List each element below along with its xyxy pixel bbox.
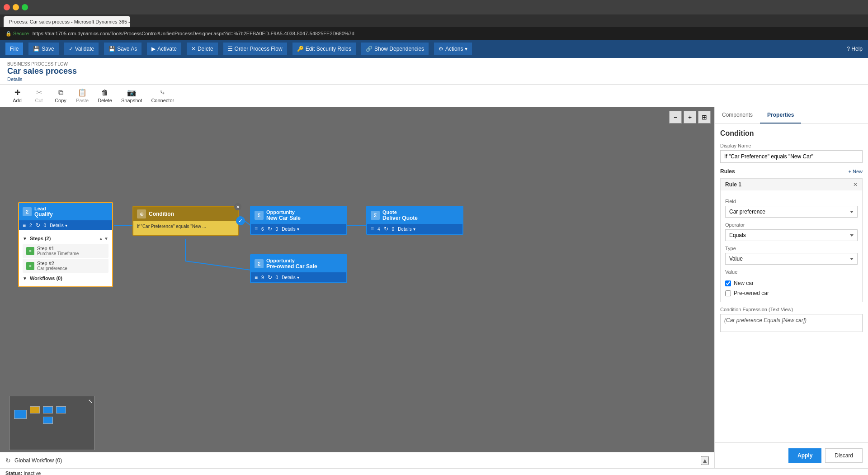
discard-btn[interactable]: Discard	[825, 448, 863, 463]
type-select-wrapper: Value	[725, 253, 858, 265]
zoom-in-btn[interactable]: +	[684, 111, 696, 124]
help-btn[interactable]: ? Help	[847, 46, 863, 52]
value-option-2[interactable]: Pre-owned car	[725, 288, 858, 298]
snapshot-label: Snapshot	[121, 98, 142, 103]
display-name-label: Display Name	[720, 143, 863, 148]
tab-components[interactable]: Components	[715, 107, 760, 124]
delete-toolbar-btn[interactable]: 🗑 Delete	[94, 87, 116, 105]
lead-node-icon: Σ	[23, 207, 32, 216]
condition-check: ✓	[236, 216, 245, 225]
cut-btn[interactable]: ✂ Cut	[29, 86, 49, 105]
edit-security-btn[interactable]: 🔑 Edit Security Roles	[292, 43, 356, 55]
close-window-btn[interactable]	[4, 4, 10, 10]
opp-pre-icon: Σ	[255, 259, 264, 268]
tab-properties[interactable]: Properties	[760, 107, 801, 124]
steps-icon: ≡	[23, 222, 26, 228]
tab-bar: Process: Car sales process - Microsoft D…	[0, 14, 868, 27]
type-select[interactable]: Value	[725, 253, 858, 265]
panel-tabs: Components Properties	[715, 107, 868, 124]
value-option-1[interactable]: New car	[725, 278, 858, 288]
step-1-item[interactable]: ≡ Step #1 Purchase Timeframe	[23, 244, 108, 258]
save-as-btn[interactable]: 💾 Save As	[104, 43, 142, 55]
save-btn[interactable]: 💾 Save	[28, 43, 58, 55]
window-controls[interactable]	[4, 4, 28, 10]
connector-label: Connector	[151, 98, 174, 103]
status-value: Inactive	[24, 470, 41, 475]
maximize-window-btn[interactable]	[22, 4, 28, 10]
rule-delete-btn[interactable]: ✕	[853, 181, 858, 188]
opp-pre-details-btn[interactable]: Details ▾	[282, 275, 299, 280]
display-name-input[interactable]	[720, 150, 863, 163]
page-header: BUSINESS PROCESS FLOW Car sales process …	[0, 58, 868, 85]
opp-new-details-btn[interactable]: Details ▾	[282, 227, 299, 232]
value-checkbox-1[interactable]	[725, 280, 731, 286]
bpf-label: BUSINESS PROCESS FLOW	[7, 62, 861, 66]
delete-toolbar-icon: 🗑	[101, 89, 108, 97]
apply-btn[interactable]: Apply	[788, 448, 821, 463]
order-process-btn[interactable]: ☰ Order Process Flow	[223, 43, 287, 55]
order-process-icon: ☰	[228, 46, 233, 52]
fit-view-btn[interactable]: ⊞	[698, 111, 711, 124]
copy-btn[interactable]: ⧉ Copy	[51, 87, 71, 105]
activate-icon: ▶	[151, 46, 156, 52]
zoom-out-btn[interactable]: −	[669, 111, 682, 124]
validate-btn[interactable]: ✓ Validate	[64, 43, 99, 55]
cut-label: Cut	[35, 98, 42, 103]
process-canvas: Σ Lead Qualify ≡ 2 ↻ 0 Details ▾	[0, 107, 714, 468]
show-deps-btn[interactable]: 🔗 Show Dependencies	[361, 43, 429, 55]
gw-collapse-btn[interactable]: ▲	[701, 456, 709, 465]
field-select[interactable]: Car preference	[725, 206, 858, 218]
add-label: Add	[13, 98, 22, 103]
cut-icon: ✂	[36, 88, 42, 97]
copy-label: Copy	[55, 98, 66, 103]
condition-node[interactable]: ✕ ⊕ Condition If "Car Preference" equals…	[132, 206, 239, 236]
condition-node-header: ⊕ Condition	[133, 207, 238, 221]
edit-security-label: Edit Security Roles	[306, 46, 351, 52]
sort-up-btn[interactable]: ▲	[99, 236, 103, 241]
delete-btn[interactable]: ✕ Delete	[187, 43, 218, 55]
edit-security-icon: 🔑	[297, 46, 304, 52]
actions-label: Actions	[445, 46, 463, 52]
lead-qualify-node[interactable]: Σ Lead Qualify ≡ 2 ↻ 0 Details ▾	[18, 202, 113, 287]
minimap-expand-btn[interactable]: ⤡	[88, 398, 93, 404]
new-rule-link[interactable]: + New	[849, 169, 863, 174]
sort-down-btn[interactable]: ▼	[104, 236, 108, 241]
opp-new-icon: Σ	[255, 211, 264, 220]
paste-btn[interactable]: 📋 Paste	[72, 86, 92, 105]
canvas-area[interactable]: − + ⊞	[0, 107, 714, 468]
minimap[interactable]: ⤡	[9, 396, 95, 450]
opp-pre-title: Opportunity Pre-owned Car Sale	[266, 258, 317, 270]
add-btn[interactable]: ✚ Add	[7, 86, 27, 105]
value-checkbox-2[interactable]	[725, 290, 731, 296]
actions-icon: ⚙	[439, 46, 443, 52]
zoom-in-icon: +	[688, 114, 692, 121]
gw-refresh-icon[interactable]: ↻	[5, 457, 11, 464]
sort-controls[interactable]: ▲ ▼	[99, 236, 108, 241]
fit-view-icon: ⊞	[702, 114, 707, 121]
browser-tab[interactable]: Process: Car sales process - Microsoft D…	[4, 16, 130, 27]
delete-icon: ✕	[191, 46, 196, 52]
rule-label: Rule 1	[725, 181, 741, 188]
lead-node-footer: ≡ 2 ↻ 0 Details ▾	[19, 220, 112, 230]
actions-btn[interactable]: ⚙ Actions ▾	[434, 43, 472, 55]
opportunity-new-node[interactable]: Σ Opportunity New Car Sale ≡ 6 ↻ 0 Detai…	[250, 206, 347, 235]
connector-btn[interactable]: ⤷ Connector	[147, 86, 178, 105]
snapshot-btn[interactable]: 📷 Snapshot	[118, 86, 146, 105]
field-label: Field	[725, 199, 858, 204]
panel-section-title: Condition	[720, 129, 863, 138]
file-menu-btn[interactable]: File	[5, 43, 23, 55]
details-link[interactable]: Details	[7, 76, 23, 82]
operator-select[interactable]: Equals	[725, 229, 858, 241]
quote-details-btn[interactable]: Details ▾	[398, 227, 415, 232]
delete-label: Delete	[198, 46, 213, 52]
minimize-window-btn[interactable]	[13, 4, 19, 10]
lead-details-btn[interactable]: Details ▾	[50, 223, 67, 228]
condition-close-btn[interactable]: ✕	[234, 203, 241, 210]
opportunity-preowned-node[interactable]: Σ Opportunity Pre-owned Car Sale ≡ 9 ↻ 0…	[250, 254, 347, 283]
activate-btn[interactable]: ▶ Activate	[147, 43, 181, 55]
connector-icon: ⤷	[160, 88, 165, 97]
lead-node-title: Lead Qualify	[34, 206, 53, 218]
opp-new-title: Opportunity New Car Sale	[266, 209, 301, 221]
quote-node[interactable]: Σ Quote Deliver Quote ≡ 4 ↻ 0 Details ▾	[366, 206, 463, 235]
step-2-item[interactable]: ≡ Step #2 Car preference	[23, 259, 108, 273]
